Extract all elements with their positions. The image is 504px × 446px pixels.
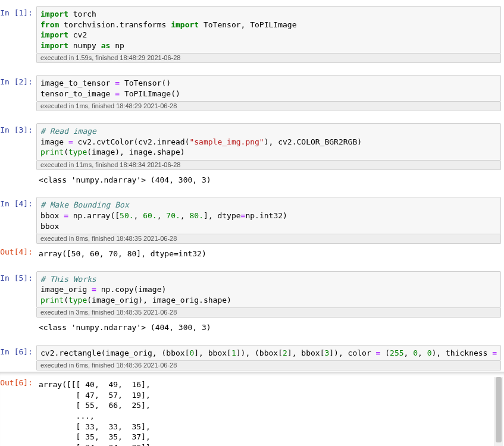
input-prompt: In [4]: xyxy=(0,197,36,209)
scrollable-output[interactable]: Out[6]: array([[[ 40, 49, 16], [ 47, 57,… xyxy=(0,372,504,446)
notebook-cell: In [3]: # Read image image = cv2.cvtColo… xyxy=(0,122,504,170)
input-prompt: In [3]: xyxy=(0,123,36,136)
notebook-cell: In [5]: # This Works image_orig = np.cop… xyxy=(0,270,504,318)
code-input[interactable]: cv2.rectangle(image_orig, (bbox[0], bbox… xyxy=(36,345,501,362)
stdout-output: <class 'numpy.ndarray'> (404, 300, 3) xyxy=(36,319,501,335)
code-input[interactable]: # Read image image = cv2.cvtColor(cv2.im… xyxy=(36,123,501,161)
cell-output-row: <class 'numpy.ndarray'> (404, 300, 3) xyxy=(0,318,504,335)
code-input[interactable]: import torch from torchvision.transforms… xyxy=(36,6,501,54)
execute-result: array([[[ 40, 49, 16], [ 47, 57, 19], [ … xyxy=(36,376,501,446)
execution-info: executed in 1ms, finished 18:48:29 2021-… xyxy=(36,102,501,111)
input-prompt: In [1]: xyxy=(0,6,36,18)
output-prompt: Out[6]: xyxy=(0,376,36,388)
code-input[interactable]: # This Works image_orig = np.copy(image)… xyxy=(36,271,501,309)
notebook-cell: In [2]: image_to_tensor = ToTensor() ten… xyxy=(0,74,504,111)
output-prompt: Out[4]: xyxy=(0,245,36,257)
execution-info: executed in 3ms, finished 18:48:35 2021-… xyxy=(36,308,501,318)
execution-info: executed in 6ms, finished 18:48:36 2021-… xyxy=(36,361,501,370)
execution-info: executed in 1.59s, finished 18:48:29 202… xyxy=(36,54,501,63)
code-input[interactable]: # Make Bounding Box bbox = np.array([50.… xyxy=(36,197,501,234)
output-prompt-empty xyxy=(0,319,36,321)
execution-info: executed in 8ms, finished 18:48:35 2021-… xyxy=(36,234,501,244)
execute-result: array([50, 60, 70, 80], dtype=int32) xyxy=(36,245,501,262)
input-prompt: In [2]: xyxy=(0,75,36,87)
cell-output-row: <class 'numpy.ndarray'> (404, 300, 3) xyxy=(0,170,504,188)
cell-output-row: Out[4]: array([50, 60, 70, 80], dtype=in… xyxy=(0,244,504,262)
cell-output-row: Out[6]: array([[[ 40, 49, 16], [ 47, 57,… xyxy=(0,376,504,446)
stdout-output: <class 'numpy.ndarray'> (404, 300, 3) xyxy=(36,171,501,188)
notebook-cell: In [1]: import torch from torchvision.tr… xyxy=(0,5,504,63)
notebook-cell: In [4]: # Make Bounding Box bbox = np.ar… xyxy=(0,196,504,244)
input-prompt: In [6]: xyxy=(0,345,36,357)
execution-info: executed in 11ms, finished 18:48:34 2021… xyxy=(36,161,501,170)
code-input[interactable]: image_to_tensor = ToTensor() tensor_to_i… xyxy=(36,75,501,102)
notebook-cell: In [6]: cv2.rectangle(image_orig, (bbox[… xyxy=(0,344,504,371)
input-prompt: In [5]: xyxy=(0,271,36,284)
output-prompt-empty xyxy=(0,171,36,174)
